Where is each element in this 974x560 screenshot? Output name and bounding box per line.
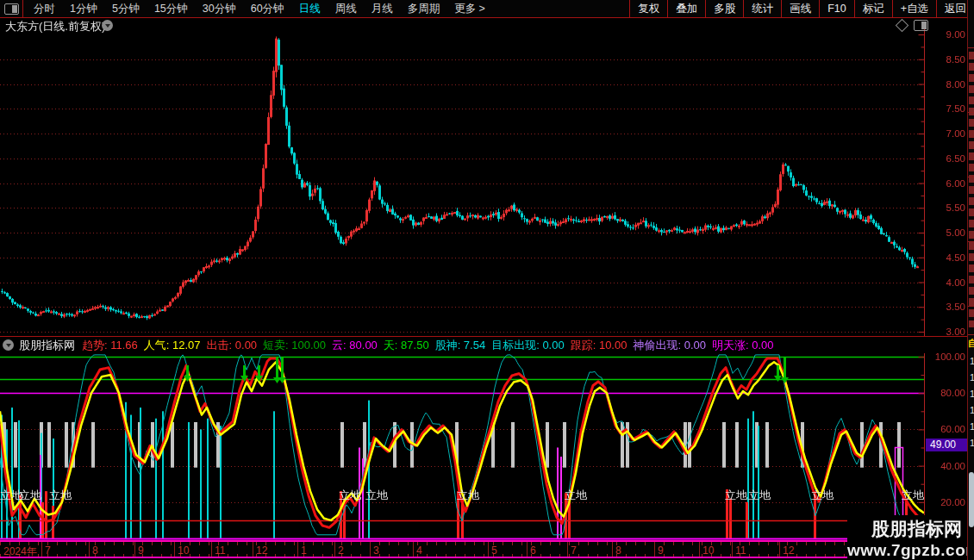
tool-button-5[interactable]: F10: [819, 0, 854, 17]
month-divider: [699, 542, 700, 557]
chevron-down-icon[interactable]: [102, 20, 113, 31]
signal-label-lidi: 立地: [811, 488, 834, 503]
month-label: 12: [256, 544, 267, 557]
signal-label-lidi: 立地: [748, 488, 771, 503]
year-label: 2024年: [3, 544, 37, 559]
signal-label-lidi: 立地: [339, 488, 361, 503]
indicator-field-10: 明天涨: 0.00: [712, 338, 774, 353]
price-axis-label: 8.50: [926, 54, 965, 65]
clipped-text-column: [969, 52, 974, 327]
clipped-digit: 1: [970, 372, 974, 383]
sub-axis-label: 60.00: [926, 424, 965, 434]
sub-axis-label: 80.00: [926, 388, 965, 398]
period-menu: 分时1分钟5分钟15分钟30分钟60分钟日线周线月线多周期更多 >: [23, 2, 485, 16]
top-menu-bar: 分时1分钟5分钟15分钟30分钟60分钟日线周线月线多周期更多 > 复权叠加多股…: [0, 0, 974, 18]
month-label: 3: [373, 544, 379, 557]
price-axis-label: 8.00: [926, 79, 965, 90]
axis-ticks-top: [0, 542, 967, 545]
indicator-field-3: 短卖: 100.00: [263, 338, 326, 353]
month-divider: [488, 542, 489, 557]
pane-toggle-button[interactable]: [0, 0, 23, 17]
price-axis-label: 5.50: [926, 202, 965, 213]
period-item-2[interactable]: 5分钟: [112, 2, 140, 16]
signal-label-lidi: 立地: [49, 488, 72, 503]
month-divider: [253, 542, 253, 557]
period-item-4[interactable]: 30分钟: [203, 2, 236, 16]
month-divider: [211, 542, 212, 557]
month-label: 7: [571, 544, 577, 557]
current-value-tag: 49.00: [926, 439, 971, 451]
month-label: 11: [215, 544, 225, 557]
right-sidebar-strip[interactable]: 自 111111: [967, 0, 974, 560]
month-divider: [134, 542, 135, 557]
month-label: 11: [735, 544, 746, 557]
tool-button-0[interactable]: 复权: [629, 0, 667, 17]
indicator-field-5: 天: 87.50: [384, 338, 429, 353]
month-label: 4: [416, 544, 422, 557]
period-item-6[interactable]: 日线: [299, 2, 321, 16]
tool-button-4[interactable]: 画线: [781, 0, 819, 17]
watermark-site-name: 股朋指标网: [847, 517, 962, 541]
layout-icon[interactable]: [914, 20, 928, 31]
diamond-icon[interactable]: [896, 19, 909, 33]
price-axis-label: 7.00: [926, 128, 965, 139]
period-item-9[interactable]: 多周期: [408, 2, 440, 16]
indicator-field-8: 跟踪: 10.00: [571, 338, 627, 353]
month-divider: [612, 542, 613, 557]
axis-ticks-bottom: [0, 554, 967, 557]
title-row: 大东方(日线.前复权): [0, 18, 967, 33]
month-divider: [413, 542, 414, 557]
signal-label-lidi: 立地: [19, 488, 41, 503]
indicator-field-7: 目标出现: 0.00: [491, 338, 565, 353]
stock-title: 大东方(日线.前复权): [5, 19, 105, 34]
time-axis: 2024年 789101112123456789101112: [0, 540, 967, 558]
period-item-7[interactable]: 周线: [335, 2, 357, 16]
tool-button-2[interactable]: 多股: [705, 0, 743, 17]
month-label: 10: [178, 544, 189, 557]
period-item-8[interactable]: 月线: [371, 2, 393, 16]
tool-button-6[interactable]: 标记: [854, 0, 892, 17]
period-item-10[interactable]: 更多 >: [454, 2, 485, 16]
period-item-0[interactable]: 分时: [34, 2, 55, 16]
signal-label-lidi: 立地: [565, 488, 587, 503]
month-label: 12: [783, 544, 794, 557]
price-axis-label: 7.50: [926, 103, 965, 114]
sub-axis-label: 40.00: [926, 461, 965, 471]
signal-label-lidi: 立地: [365, 488, 388, 503]
indicator-field-1: 人气: 12.07: [144, 338, 201, 353]
sidebar-tab-label[interactable]: 自: [968, 337, 974, 350]
indicator-field-2: 出击: 0.00: [207, 338, 258, 353]
month-divider: [41, 542, 42, 557]
tool-button-3[interactable]: 统计: [743, 0, 781, 17]
price-axis-label: 4.50: [926, 252, 965, 263]
month-divider: [174, 542, 175, 557]
indicator-field-4: 云: 80.00: [332, 338, 378, 353]
period-item-5[interactable]: 60分钟: [251, 2, 284, 16]
clipped-digit: 1: [970, 438, 974, 448]
month-label: 9: [658, 544, 664, 557]
tool-button-7[interactable]: +自选: [892, 0, 936, 17]
period-item-3[interactable]: 15分钟: [154, 2, 188, 16]
price-axis-label: 6.50: [926, 153, 965, 164]
month-label: 10: [702, 544, 714, 557]
sub-axis-label: 100.00: [926, 352, 965, 362]
month-divider: [654, 542, 655, 557]
panel-toggle-icon: [4, 3, 19, 15]
indicator-field-6: 股神: 7.54: [435, 338, 486, 353]
collapse-icon[interactable]: [3, 339, 14, 351]
month-label: 8: [615, 544, 621, 557]
month-label: 2: [338, 544, 344, 557]
month-label: 9: [138, 544, 144, 557]
month-label: 7: [45, 544, 51, 557]
chart-canvas[interactable]: [0, 0, 974, 560]
indicator-source: 股朋指标网: [19, 338, 75, 353]
month-label: 8: [92, 544, 98, 557]
watermark-url: www.7gpzb.com: [847, 541, 962, 560]
clipped-digit: 1: [970, 356, 974, 366]
price-axis-label: 6.00: [926, 178, 965, 189]
clipped-digit: 1: [970, 405, 974, 415]
month-label: 6: [530, 544, 536, 557]
tool-button-1[interactable]: 叠加: [667, 0, 705, 17]
scrollbar-thumb[interactable]: [969, 472, 974, 527]
period-item-1[interactable]: 1分钟: [70, 2, 97, 16]
